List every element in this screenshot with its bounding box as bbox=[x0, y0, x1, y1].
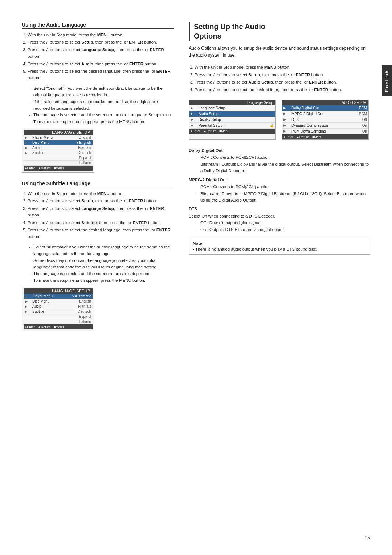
table-row: ▶ DTS Off bbox=[282, 117, 368, 123]
row-icon: ▶ bbox=[25, 146, 32, 150]
screen-header: AUDIO SETUP bbox=[282, 100, 368, 105]
row-label: Subtitle bbox=[32, 151, 78, 155]
row-value: On bbox=[362, 129, 367, 133]
step-3: Press the / buttons to select Language S… bbox=[28, 46, 174, 60]
dolby-section: Dolby Digital Out PCM : Converts to PCM(… bbox=[189, 147, 370, 174]
footer-enter: ●Enter bbox=[25, 325, 35, 329]
note-title: Note bbox=[193, 241, 366, 246]
footer-return: ▲Return bbox=[38, 325, 51, 329]
title-line1: Setting Up the Audio bbox=[194, 22, 370, 31]
row-value: Espa ol bbox=[79, 156, 91, 160]
screen-row: ▶ Audio Fran ais bbox=[24, 304, 93, 309]
step-3: Press the / buttons to select Audio Setu… bbox=[195, 79, 370, 85]
screen-header-1: LANGUAGE SETUP bbox=[24, 130, 93, 135]
row-icon: ▶ bbox=[25, 305, 32, 308]
row-icon: ▶ bbox=[25, 300, 32, 303]
row-value: ▼English bbox=[75, 141, 91, 145]
row-label: Dynamic Compression bbox=[291, 123, 362, 127]
footer-return: ▲Return bbox=[38, 166, 51, 170]
subtitle-language-title: Using the Subtitle Language bbox=[22, 181, 174, 187]
row-label: DTS bbox=[291, 118, 362, 122]
table-row: ▶ Language Setup bbox=[189, 105, 275, 111]
row-value: 🔒 bbox=[270, 123, 274, 127]
subtitle-language-bullets: Select "Automatic" if you want the subti… bbox=[22, 244, 174, 284]
step-4: Press the / buttons to select Audio, the… bbox=[28, 61, 174, 67]
row-icon: ▶ bbox=[191, 118, 199, 121]
page-number: 25 bbox=[365, 535, 370, 540]
row-value: Deutsch bbox=[78, 151, 91, 155]
step-5: Press the / buttons to select the desire… bbox=[28, 68, 174, 81]
footer-enter: ●Enter bbox=[25, 166, 35, 170]
row-label: Disc Menu bbox=[32, 299, 79, 303]
row-label: Subtitle bbox=[32, 309, 78, 313]
bullet-1: Select "Original" if you want the defaul… bbox=[29, 85, 174, 98]
row-icon: ▶ bbox=[283, 123, 291, 127]
step-2: Press the / buttons to select Setup, the… bbox=[195, 72, 370, 78]
footer-enter: ●Enter bbox=[191, 129, 200, 133]
screen-row: ▶ Audio Fran ais bbox=[24, 145, 93, 150]
bullet: Bitstream : Outputs Dolby Digital via th… bbox=[196, 161, 370, 174]
page: Using the Audio Language With the unit i… bbox=[0, 0, 392, 555]
bullet: Off : Doesn't output digital signal. bbox=[196, 219, 370, 226]
table-row-highlighted: ▶ Dolby Digital Out PCM bbox=[282, 105, 368, 111]
table-row: ▶ Dynamic Compression On bbox=[282, 123, 368, 129]
step-1: With the unit in Stop mode, press the ME… bbox=[195, 64, 370, 70]
left-column: Using the Audio Language With the unit i… bbox=[22, 22, 174, 339]
footer-menu: ■Menu bbox=[312, 135, 322, 139]
mpeg-bullets: PCM : Converts to PCM(2CH) audio. Bitstr… bbox=[189, 183, 370, 203]
step-4: Press the / buttons to select the desire… bbox=[195, 86, 370, 93]
bullet-4: To make the setup menu disappear, press … bbox=[29, 277, 174, 284]
language-setup-screen-1: LANGUAGE SETUP ▶ Player Menu Original ▶ … bbox=[22, 128, 94, 173]
bullet-4: To make the setup menu disappear, press … bbox=[29, 118, 174, 125]
row-label: Audio Setup bbox=[199, 112, 274, 116]
row-label: Player Menu bbox=[32, 294, 72, 298]
row-label: Audio bbox=[32, 146, 78, 150]
table-row: ▶ PCM Down Sampling On bbox=[282, 129, 368, 134]
bullet: PCM : Converts to PCM(2CH) audio. bbox=[196, 154, 370, 161]
row-icon: ▶ bbox=[191, 106, 199, 110]
row-value: Fran ais bbox=[78, 146, 91, 150]
row-icon: ▶ bbox=[25, 136, 32, 139]
bullet-1: Select "Automatic" if you want the subti… bbox=[29, 244, 174, 257]
footer-return: ▲Return bbox=[203, 129, 216, 133]
footer-enter: ●Enter bbox=[283, 135, 293, 139]
row-label: Audio bbox=[32, 304, 78, 308]
main-section-title: Setting Up the Audio Options bbox=[189, 22, 370, 41]
dts-title: DTS bbox=[189, 206, 370, 213]
row-label: MPEG-2 Digital Out bbox=[291, 112, 359, 116]
screen-row: Italiano bbox=[24, 319, 93, 324]
bullet-2: Some discs may not contain the language … bbox=[29, 257, 174, 271]
row-value: PCM bbox=[359, 112, 367, 116]
table-row-highlighted: ▶ Audio Setup bbox=[189, 111, 275, 117]
row-value: Deutsch bbox=[78, 309, 91, 313]
descriptions-section: Dolby Digital Out PCM : Converts to PCM(… bbox=[189, 147, 370, 233]
bullet-3: The language is selected and the screen … bbox=[29, 112, 174, 118]
footer-menu: ■Menu bbox=[54, 166, 64, 170]
row-value: On bbox=[362, 123, 367, 127]
screen-row-highlighted: ▶ Disc Menu ▼English bbox=[24, 140, 93, 145]
screen-footer-2: ●Enter ▲Return ■Menu bbox=[24, 324, 93, 329]
row-icon: ▶ bbox=[191, 112, 199, 116]
screen-row: Espa ol bbox=[24, 155, 93, 161]
table-row: ▶ Display Setup bbox=[189, 117, 275, 123]
audio-language-steps: With the unit in Stop mode, press the ME… bbox=[22, 32, 174, 81]
right-column: English Setting Up the Audio Options Aud… bbox=[189, 22, 370, 339]
screen-row: ▶ Subtitle Deutsch bbox=[24, 150, 93, 155]
footer-return: ▲Return bbox=[296, 135, 309, 139]
mpeg-title: MPEG-2 Digital Out bbox=[189, 177, 370, 184]
audio-language-title: Using the Audio Language bbox=[22, 22, 174, 29]
bullet-3: The language is selected and the screen … bbox=[29, 270, 174, 277]
dolby-title: Dolby Digital Out bbox=[189, 147, 370, 154]
dts-intro: Select On when connecting to a DTS Decod… bbox=[189, 213, 370, 219]
note-text: • There is no analog audio output when y… bbox=[193, 247, 366, 251]
bullet: On : Outputs DTS Bitstream via digital o… bbox=[196, 226, 370, 233]
row-icon: ▶ bbox=[283, 118, 291, 121]
audio-language-bullets: Select "Original" if you want the defaul… bbox=[22, 85, 174, 125]
row-value: Fran ais bbox=[78, 304, 91, 308]
row-icon: ▶ bbox=[283, 106, 291, 110]
bullet: Bitstream : Converts to MPEG-2 Digital B… bbox=[196, 190, 370, 204]
row-label: Disc Menu bbox=[32, 141, 75, 145]
table-row: ▶ MPEG-2 Digital Out PCM bbox=[282, 111, 368, 117]
row-icon: ▶ bbox=[25, 310, 32, 313]
step-2: Press the / buttons to select Setup, the… bbox=[28, 39, 174, 45]
